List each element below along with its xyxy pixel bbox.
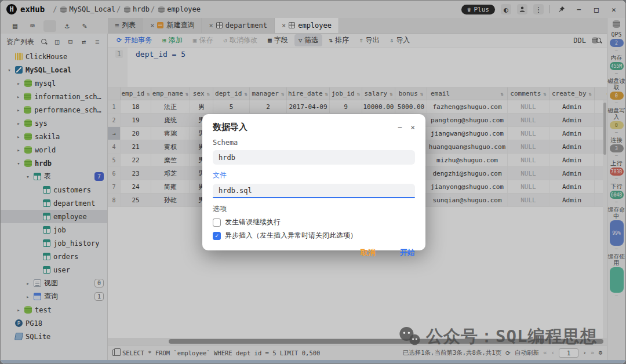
options-label: 选项: [213, 204, 415, 214]
watermark: 公众号：SQL编程思想: [398, 325, 597, 348]
app-window: H exHub / MySQL_Local / hrdb /: [0, 0, 626, 364]
start-button[interactable]: 开始: [400, 247, 415, 258]
options-list: 发生错误继续执行 异步插入（发生插入异常时请关闭此选项）: [213, 217, 415, 241]
schema-select[interactable]: hrdb: [213, 150, 415, 165]
file-input[interactable]: hrdb.sql: [213, 184, 415, 198]
checkbox[interactable]: [213, 232, 221, 240]
schema-label: Schema: [213, 139, 415, 147]
option-row[interactable]: 发生错误继续执行: [213, 217, 415, 227]
file-link[interactable]: 文件: [213, 170, 415, 180]
data-import-dialog: 数据导入 − × Schema hrdb 文件 hrdb.sql 选项 发生错误…: [202, 114, 425, 250]
dialog-title: 数据导入: [213, 122, 248, 133]
dialog-minimize-icon[interactable]: −: [398, 123, 402, 132]
option-row[interactable]: 异步插入（发生插入异常时请关闭此选项）: [213, 231, 415, 241]
wechat-icon: [398, 326, 421, 347]
checkbox[interactable]: [213, 219, 221, 227]
dialog-close-icon[interactable]: ×: [410, 123, 415, 132]
cancel-button[interactable]: 取消: [361, 247, 376, 258]
